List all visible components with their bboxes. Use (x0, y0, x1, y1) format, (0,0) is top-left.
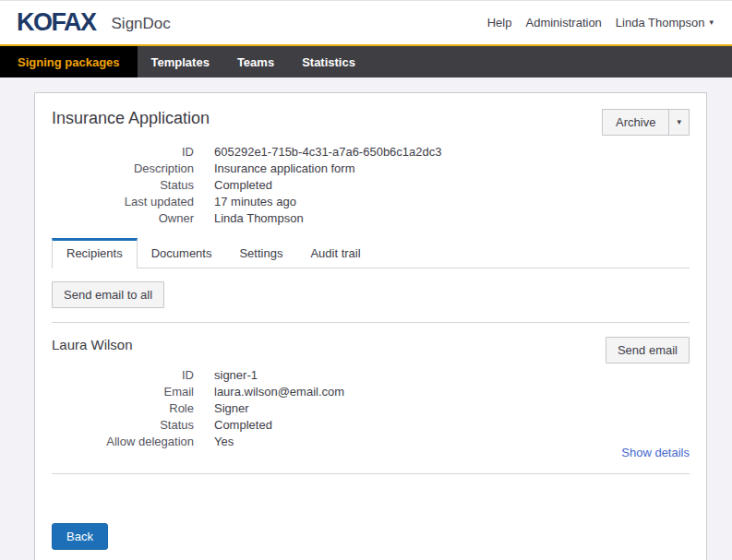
recipient-details: ID signer-1 Email laura.wilson@email.com… (52, 367, 690, 450)
tab-settings[interactable]: Settings (225, 239, 296, 268)
back-button[interactable]: Back (52, 523, 108, 550)
nav-item-statistics[interactable]: Statistics (288, 46, 369, 77)
user-menu[interactable]: Linda Thompson ▾ (616, 16, 714, 30)
nav-item-teams[interactable]: Teams (223, 46, 288, 77)
main-nav: Signing packages Templates Teams Statist… (0, 46, 732, 77)
nav-item-templates[interactable]: Templates (138, 46, 223, 77)
detail-value: Completed (214, 417, 272, 434)
chevron-down-icon: ▾ (709, 18, 714, 27)
chevron-down-icon: ▾ (677, 118, 681, 126)
administration-link[interactable]: Administration (525, 16, 601, 30)
tab-audit-trail[interactable]: Audit trail (296, 239, 374, 268)
send-email-to-all-button[interactable]: Send email to all (52, 281, 164, 308)
detail-label: Email (52, 384, 194, 400)
user-name: Linda Thompson (616, 16, 705, 30)
detail-row: Owner Linda Thompson (52, 210, 690, 227)
detail-value: signer-1 (214, 367, 258, 384)
detail-value: 605292e1-715b-4c31-a7a6-650b6c1a2dc3 (214, 144, 442, 161)
detail-row: Role Signer (52, 400, 690, 417)
nav-item-signing-packages[interactable]: Signing packages (0, 46, 138, 77)
detail-row: ID 605292e1-715b-4c31-a7a6-650b6c1a2dc3 (52, 144, 690, 161)
detail-row: Status Completed (52, 417, 690, 434)
package-header: Insurance Application Archive ▾ (52, 109, 690, 136)
detail-label: Owner (52, 210, 194, 227)
send-email-button[interactable]: Send email (606, 337, 690, 363)
archive-dropdown-toggle[interactable]: ▾ (669, 109, 690, 136)
detail-value: Signer (214, 400, 249, 417)
archive-split-button: Archive ▾ (602, 109, 690, 136)
detail-row: ID signer-1 (52, 367, 690, 384)
detail-label: Allow delegation (52, 434, 194, 450)
detail-row: Email laura.wilson@email.com (52, 384, 690, 400)
detail-label: Status (52, 177, 194, 194)
detail-label: Last updated (52, 194, 194, 210)
kofax-logo: KOFAX (17, 10, 96, 35)
detail-value: Insurance application form (214, 161, 354, 177)
detail-label: Status (52, 417, 194, 434)
section-divider (52, 322, 690, 323)
detail-row: Description Insurance application form (52, 161, 690, 177)
recipients-tab-content: Send email to all Laura Wilson Send emai… (52, 268, 690, 550)
package-tabs: Recipients Documents Settings Audit trai… (52, 238, 690, 268)
detail-value: laura.wilson@email.com (214, 384, 344, 400)
tab-documents[interactable]: Documents (138, 239, 226, 268)
detail-value: Linda Thompson (214, 210, 304, 227)
detail-value: 17 minutes ago (214, 194, 296, 210)
footer-actions: Back (52, 523, 690, 550)
recipient-name: Laura Wilson (52, 337, 133, 352)
app-header: KOFAX SignDoc Help Administration Linda … (0, 0, 732, 44)
tab-recipients[interactable]: Recipients (52, 238, 138, 268)
detail-value: Completed (214, 177, 272, 194)
show-details-link[interactable]: Show details (621, 446, 690, 459)
detail-row: Last updated 17 minutes ago (52, 194, 690, 210)
detail-row: Status Completed (52, 177, 690, 194)
detail-label: ID (52, 144, 194, 161)
detail-label: ID (52, 367, 194, 384)
section-divider (52, 473, 690, 474)
detail-value: Yes (214, 434, 234, 450)
detail-label: Description (52, 161, 194, 177)
help-link[interactable]: Help (487, 16, 512, 30)
product-name: SignDoc (112, 15, 171, 33)
detail-label: Role (52, 400, 194, 417)
archive-button[interactable]: Archive (602, 109, 669, 136)
page-title: Insurance Application (52, 109, 210, 128)
package-card: Insurance Application Archive ▾ ID 60529… (34, 92, 707, 560)
recipient-header: Laura Wilson Send email (52, 337, 690, 363)
package-details: ID 605292e1-715b-4c31-a7a6-650b6c1a2dc3 … (52, 144, 690, 227)
header-right: Help Administration Linda Thompson ▾ (487, 16, 714, 30)
